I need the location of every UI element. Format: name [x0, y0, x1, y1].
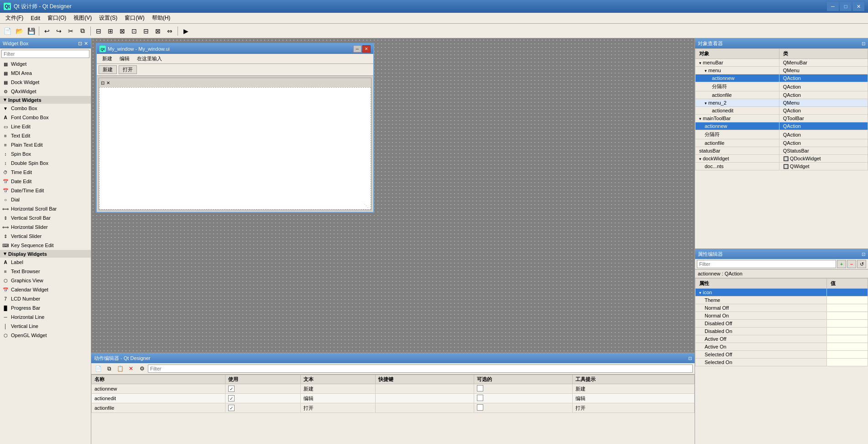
prop-row-selectedon[interactable]: Selected On	[695, 359, 868, 366]
widget-item-lineedit[interactable]: ▭ Line Edit	[0, 122, 91, 131]
widget-item-qax[interactable]: ⚙ QAxWidget	[0, 87, 91, 96]
menu-file[interactable]: 文件(F)	[2, 13, 27, 23]
action-row-actionfile[interactable]: actionfile 打开 打开	[92, 403, 695, 413]
prop-row-selectedoff[interactable]: Selected Off	[695, 351, 868, 359]
toolbar-open[interactable]: 📂	[14, 26, 25, 37]
inner-menu-type-here[interactable]: 在这里输入	[133, 54, 166, 63]
widget-item-combo[interactable]: ▼ Combo Box	[0, 104, 91, 113]
widget-item-keyseq[interactable]: ⌨ Key Sequence Edit	[0, 241, 91, 250]
prop-col-value[interactable]: 值	[826, 279, 868, 289]
obj-row-menu[interactable]: ▾menu QMenu	[695, 67, 868, 74]
obj-row-sep2[interactable]: 分隔符 QAction	[695, 130, 868, 139]
action-checkable-check-3[interactable]	[477, 404, 483, 411]
widget-item-hscrollbar[interactable]: ⟺ Horizontal Scroll Bar	[0, 204, 91, 213]
obj-col-object[interactable]: 对象	[695, 49, 779, 59]
menu-view[interactable]: 视图(V)	[70, 13, 95, 23]
widget-item-datetimeedit[interactable]: 📅 Date/Time Edit	[0, 186, 91, 195]
toolbar-cut[interactable]: ✂	[65, 26, 76, 37]
menu-window-o[interactable]: 窗口(O)	[44, 13, 70, 23]
toolbar-adjust[interactable]: ⇔	[164, 26, 175, 37]
toolbar-layout-g[interactable]: ⊠	[117, 26, 128, 37]
action-checkable-check[interactable]	[477, 385, 483, 391]
obj-row-menu2[interactable]: ▾menu_2 QMenu	[695, 99, 868, 107]
designer-canvas[interactable]: Qt My_window - My_window.ui ─ ✕ 新建 编辑 在这…	[91, 38, 695, 353]
toolbar-save[interactable]: 💾	[26, 26, 37, 37]
action-copy-btn[interactable]: ⧉	[104, 364, 114, 373]
col-text[interactable]: 文本	[300, 375, 375, 384]
widget-item-graphicsview[interactable]: ⬡ Graphics View	[0, 276, 91, 285]
menu-window-w[interactable]: 窗口(W)	[121, 13, 148, 23]
inner-close-btn[interactable]: ✕	[362, 45, 371, 53]
obj-row-menubar[interactable]: ▾menuBar QMenuBar	[695, 59, 868, 67]
toolbar-break[interactable]: ⊠	[152, 26, 163, 37]
widget-item-spinbox[interactable]: ↕ Spin Box	[0, 149, 91, 159]
minimize-button[interactable]: ─	[827, 2, 839, 11]
action-settings-btn[interactable]: ⚙	[137, 364, 147, 373]
action-used-check-2[interactable]	[228, 395, 235, 402]
widget-item-label[interactable]: A Label	[0, 258, 91, 267]
inner-toolbar-open[interactable]: 打开	[119, 65, 137, 74]
prop-row-normaloff[interactable]: Normal Off	[695, 304, 868, 312]
obj-col-class[interactable]: 类	[779, 49, 868, 59]
inner-toolbar-new[interactable]: 新建	[99, 65, 117, 74]
widget-item-textbrowser[interactable]: ≡ Text Browser	[0, 267, 91, 276]
inner-minimize-btn[interactable]: ─	[353, 45, 361, 53]
widget-item-vscrollbar[interactable]: ⇕ Vertical Scroll Bar	[0, 213, 91, 222]
widget-item-plaintextedit[interactable]: ≡ Plain Text Edit	[0, 140, 91, 149]
menu-settings[interactable]: 设置(S)	[95, 13, 121, 23]
widget-item-progressbar[interactable]: █ Progress Bar	[0, 303, 91, 312]
widget-item-timeedit[interactable]: ⏱ Time Edit	[0, 168, 91, 177]
inner-menu-edit[interactable]: 编辑	[116, 54, 133, 63]
col-used[interactable]: 使用	[225, 375, 300, 384]
widget-item-calendar[interactable]: 📅 Calendar Widget	[0, 285, 91, 294]
toolbar-layout-h[interactable]: ⊟	[93, 26, 104, 37]
action-filter-input[interactable]	[148, 365, 693, 373]
action-editor-undock[interactable]: ⊡	[688, 356, 692, 361]
toolbar-preview[interactable]: ▶	[180, 26, 191, 37]
obj-row-actionfile-2[interactable]: actionfile QAction	[695, 139, 868, 147]
col-tooltip[interactable]: 工具提示	[572, 375, 694, 384]
obj-inspector-undock[interactable]: ⊡	[862, 41, 865, 46]
obj-row-docnts[interactable]: doc...nts 🔲 QWidget	[695, 163, 868, 170]
close-button[interactable]: ✕	[852, 2, 864, 11]
obj-row-statusbar[interactable]: statusBar QStatusBar	[695, 147, 868, 155]
menu-edit[interactable]: Edit	[27, 14, 44, 22]
action-used-check[interactable]	[228, 386, 235, 392]
prop-row-theme[interactable]: Theme	[695, 296, 868, 304]
prop-filter-input[interactable]	[697, 260, 836, 268]
toolbar-new[interactable]: 📄	[2, 26, 13, 37]
obj-row-actionedit[interactable]: actionedit QAction	[695, 107, 868, 115]
action-row-actionedit[interactable]: actionedit 编辑 编辑	[92, 394, 695, 403]
dock-widget-content[interactable]: ⋱	[99, 87, 371, 210]
category-display[interactable]: ▾ Display Widgets	[0, 250, 91, 258]
toolbar-redo[interactable]: ↪	[53, 26, 64, 37]
category-input[interactable]: ▾ Input Widgets	[0, 96, 91, 104]
toolbar-layout-t[interactable]: ⊟	[141, 26, 152, 37]
widget-box-float[interactable]: ⊡	[78, 41, 82, 47]
maximize-button[interactable]: □	[840, 2, 852, 11]
obj-row-dockwidget[interactable]: ▾dockWidget 🔲 QDockWidget	[695, 155, 868, 163]
obj-row-actionnew-2[interactable]: actionnew QAction	[695, 122, 868, 130]
widget-item-dateedit[interactable]: 📅 Date Edit	[0, 177, 91, 186]
action-used-check-3[interactable]	[228, 405, 235, 411]
widget-item-vline[interactable]: │ Vertical Line	[0, 322, 91, 331]
prop-row-activeon[interactable]: Active On	[695, 343, 868, 351]
col-shortcut[interactable]: 快捷键	[375, 375, 474, 384]
widget-item-dial[interactable]: ○ Dial	[0, 195, 91, 204]
dock-float-icon[interactable]: ⊡	[101, 80, 105, 85]
widget-item-lcdnumber[interactable]: 7 LCD Number	[0, 294, 91, 303]
widget-item-vslider[interactable]: ⇕ Vertical Slider	[0, 232, 91, 241]
prop-reset-btn[interactable]: ↺	[857, 260, 866, 268]
prop-row-disabledoff[interactable]: Disabled Off	[695, 320, 868, 328]
widget-item-dock[interactable]: ▦ Dock Widget	[0, 78, 91, 87]
obj-row-actionnew-1[interactable]: actionnew QAction	[695, 74, 868, 82]
toolbar-layout-f[interactable]: ⊡	[129, 26, 140, 37]
prop-row-activeoff[interactable]: Active Off	[695, 335, 868, 343]
widget-item-opengl[interactable]: ⬡ OpenGL Widget	[0, 331, 91, 340]
inner-window[interactable]: Qt My_window - My_window.ui ─ ✕ 新建 编辑 在这…	[96, 43, 374, 213]
dock-close-icon[interactable]: ✕	[106, 80, 110, 85]
inner-menu-new[interactable]: 新建	[99, 54, 116, 63]
widget-item-doublespinbox[interactable]: ↕ Double Spin Box	[0, 159, 91, 168]
widget-item-widget[interactable]: ▦ Widget	[0, 59, 91, 69]
prop-col-property[interactable]: 属性	[695, 279, 827, 289]
